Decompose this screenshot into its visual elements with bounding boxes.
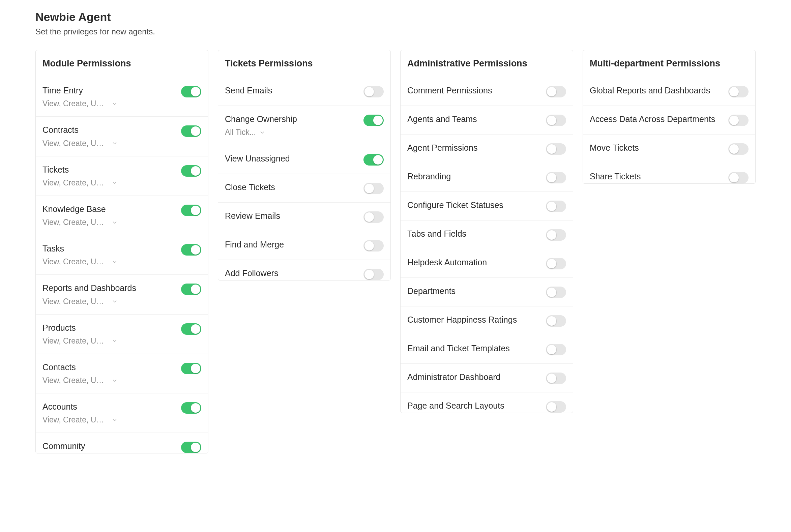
permission-row-view-unassigned: View Unassigned (218, 145, 391, 174)
permission-labels: Time EntryView, Create, Upd... (42, 85, 176, 108)
toggle-configure-ticket-statuses[interactable] (546, 201, 566, 212)
toggle-access-data-across[interactable] (728, 115, 749, 126)
permission-title: Agent Permissions (407, 142, 541, 153)
toggle-community[interactable] (181, 442, 201, 453)
permission-dropdown-products[interactable]: View, Create, Upd... (42, 337, 176, 346)
toggle-global-reports[interactable] (728, 86, 749, 97)
toggle-agents-teams[interactable] (546, 115, 566, 126)
toggle-knob (729, 144, 739, 154)
permission-title: View Unassigned (225, 153, 358, 164)
toggle-time-entry[interactable] (181, 86, 201, 97)
column-header-module: Module Permissions (36, 50, 208, 77)
toggle-change-ownership[interactable] (363, 115, 384, 126)
toggle-tickets[interactable] (181, 165, 201, 177)
toggle-customer-happiness[interactable] (546, 315, 566, 327)
toggle-knob (191, 206, 200, 215)
permission-sub: View, Create, Upd... (42, 178, 108, 187)
permission-title: Configure Ticket Statuses (407, 200, 541, 210)
permission-row-time-entry: Time EntryView, Create, Upd... (36, 77, 208, 117)
permission-title: Tasks (42, 243, 176, 254)
permission-labels: Find and Merge (225, 240, 358, 250)
toggle-departments[interactable] (546, 287, 566, 298)
permission-title: Customer Happiness Ratings (407, 315, 541, 325)
chevron-down-icon (112, 101, 118, 107)
permission-row-helpdesk-automation: Helpdesk Automation (400, 249, 573, 278)
permission-labels: TicketsView, Create, Upd... (42, 165, 176, 187)
toggle-knob (547, 374, 556, 383)
toggle-tabs-fields[interactable] (546, 229, 566, 241)
toggle-page-search-layouts[interactable] (546, 401, 566, 413)
toggle-knob (373, 155, 383, 165)
toggle-review-emails[interactable] (363, 211, 384, 223)
permission-row-access-data-across: Access Data Across Departments (583, 106, 755, 134)
toggle-helpdesk-automation[interactable] (546, 258, 566, 269)
toggle-find-merge[interactable] (363, 240, 384, 251)
toggle-knob (364, 212, 374, 222)
permission-row-change-ownership: Change OwnershipAll Tick... (218, 106, 391, 145)
toggle-knob (729, 116, 739, 125)
toggle-email-ticket-templates[interactable] (546, 344, 566, 355)
permission-title: Email and Ticket Templates (407, 343, 541, 354)
toggle-knob (547, 144, 556, 154)
toggle-share-tickets[interactable] (728, 172, 749, 184)
toggle-contracts[interactable] (181, 126, 201, 137)
toggle-knob (191, 364, 200, 373)
toggle-tasks[interactable] (181, 244, 201, 255)
toggle-rebranding[interactable] (546, 172, 566, 184)
toggle-send-emails[interactable] (363, 86, 384, 97)
permission-title: Reports and Dashboards (42, 283, 176, 293)
permission-labels: Rebranding (407, 171, 541, 182)
permission-row-rebranding: Rebranding (400, 163, 573, 192)
permission-row-contracts: ContractsView, Create, Upd... (36, 117, 208, 156)
permission-title: Tickets (42, 165, 176, 175)
permission-row-move-tickets: Move Tickets (583, 134, 755, 163)
permission-dropdown-contacts[interactable]: View, Create, Upd... (42, 376, 176, 385)
toggle-agent-permissions[interactable] (546, 143, 566, 155)
permission-dropdown-knowledge-base[interactable]: View, Create, Upd... (42, 218, 176, 227)
column-admin: Administrative PermissionsComment Permis… (400, 50, 573, 413)
permission-dropdown-tickets[interactable]: View, Create, Upd... (42, 178, 176, 187)
toggle-knowledge-base[interactable] (181, 205, 201, 216)
toggle-knob (191, 245, 200, 254)
toggle-move-tickets[interactable] (728, 143, 749, 155)
permission-row-share-tickets: Share Tickets (583, 163, 755, 184)
permission-dropdown-time-entry[interactable]: View, Create, Upd... (42, 99, 176, 108)
toggle-accounts[interactable] (181, 402, 201, 414)
permission-sub: All Tick... (225, 128, 256, 137)
page-header: Newbie Agent Set the privileges for new … (35, 11, 756, 36)
toggle-knob (364, 87, 374, 96)
permission-labels: Comment Permissions (407, 85, 541, 96)
toggle-admin-dashboard[interactable] (546, 373, 566, 384)
permission-row-products: ProductsView, Create, Upd... (36, 315, 208, 354)
chevron-down-icon (112, 378, 118, 384)
permission-labels: Access Data Across Departments (590, 114, 723, 125)
toggle-comment-permissions[interactable] (546, 86, 566, 97)
permission-dropdown-accounts[interactable]: View, Create, Upd... (42, 415, 176, 424)
toggle-knob (547, 316, 556, 326)
toggle-close-tickets[interactable] (363, 183, 384, 194)
permission-title: Agents and Teams (407, 114, 541, 125)
permission-labels: Global Reports and Dashboards (590, 85, 723, 96)
toggle-view-unassigned[interactable] (363, 154, 384, 166)
permission-title: Send Emails (225, 85, 358, 96)
column-header-tickets: Tickets Permissions (218, 50, 391, 77)
page-title: Newbie Agent (35, 11, 756, 24)
permission-row-reports-dashboards: Reports and DashboardsView, Create, Upd.… (36, 275, 208, 314)
permission-title: Contracts (42, 125, 176, 135)
permission-dropdown-reports-dashboards[interactable]: View, Create, Upd... (42, 297, 176, 306)
permission-dropdown-tasks[interactable]: View, Create, Upd... (42, 257, 176, 266)
permission-row-departments: Departments (400, 278, 573, 306)
permission-labels: Tabs and Fields (407, 229, 541, 239)
toggle-products[interactable] (181, 323, 201, 335)
permission-labels: Reports and DashboardsView, Create, Upd.… (42, 283, 176, 306)
permission-sub: View, Create, Upd... (42, 376, 108, 385)
toggle-reports-dashboards[interactable] (181, 284, 201, 295)
toggle-contacts[interactable] (181, 363, 201, 374)
permission-dropdown-change-ownership[interactable]: All Tick... (225, 128, 358, 137)
toggle-add-followers[interactable] (363, 269, 384, 280)
toggle-knob (547, 173, 556, 183)
permission-title: Comment Permissions (407, 85, 541, 96)
permission-dropdown-contracts[interactable]: View, Create, Upd... (42, 139, 176, 148)
toggle-knob (547, 116, 556, 125)
permission-title: Change Ownership (225, 114, 358, 125)
